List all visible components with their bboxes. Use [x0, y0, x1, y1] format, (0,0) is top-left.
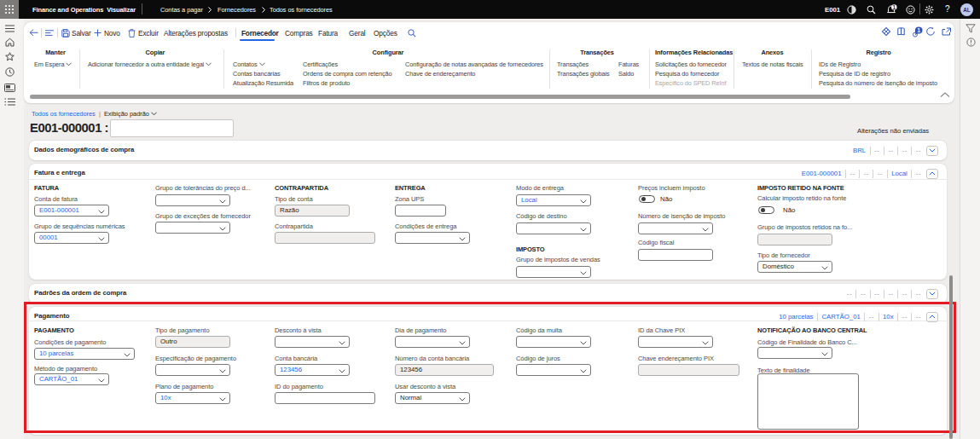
svg-text:1: 1: [892, 4, 896, 10]
svg-text:1: 1: [917, 27, 920, 33]
